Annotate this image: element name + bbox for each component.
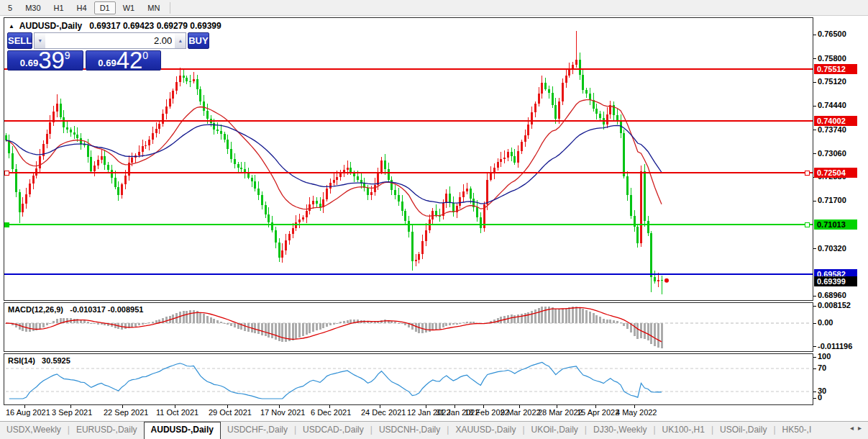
date-axis-label: 11 Oct 2021 (156, 408, 198, 417)
date-axis-label: 6 Dec 2021 (311, 408, 351, 417)
date-axis-label: 29 Oct 2021 (209, 408, 252, 417)
tab-scroll-arrows: ◂▸ (850, 424, 866, 432)
macd-title: MACD(12,26,9) -0.010317 -0.008951 (8, 305, 143, 314)
date-axis-label: 4 May 2022 (616, 408, 657, 417)
axis-ticks (24, 35, 816, 408)
buy-price-pip-digit: 0 (142, 50, 148, 61)
volume-stepper: ▾ ▴ (34, 32, 186, 49)
price-axis-label: 0.75800 (818, 54, 846, 63)
macd-axis-label: 0.008152 (818, 301, 851, 309)
chart-symbol-label: AUDUSD-,Daily (19, 21, 82, 31)
price-axis-label: 0.73060 (818, 149, 846, 158)
current-price-label: 0.69399 (814, 276, 857, 286)
buy-price-prefix: 0.69 (98, 58, 116, 68)
rsi-axis-label: 70 (818, 363, 826, 372)
hline-price-label: 0.75512 (814, 64, 857, 74)
date-axis-label: 24 Dec 2021 (361, 408, 406, 417)
date-axis-label: 22 Sep 2021 (104, 408, 148, 417)
chart-tab-usdcad-daily[interactable]: USDCAD-,Daily (296, 422, 370, 439)
chart-tab-bar: USDX,Weekly|EURUSD-,DailyAUDUSD-,DailyUS… (0, 421, 868, 439)
sell-price-big-digits: 39 (38, 50, 65, 70)
chart-tab-eurusd-daily[interactable]: EURUSD-,Daily (70, 422, 144, 439)
chart-tab-ukoil-daily[interactable]: UKOil-,Daily (525, 422, 585, 439)
chart-tab-hk50-i[interactable]: HK50-,I (776, 422, 818, 439)
tab-scroll-right-icon[interactable]: ▸ (858, 424, 866, 432)
date-axis-label: 17 Nov 2021 (260, 408, 305, 417)
hline-price-label: 0.71013 (814, 220, 857, 230)
chart-tab-uk100-h1[interactable]: UK100-,H1 (656, 422, 711, 439)
chart-tab-usdchf-daily[interactable]: USDCHF-,Daily (221, 422, 294, 439)
hline-price-label: 0.72504 (814, 168, 857, 178)
price-axis-label: 0.71700 (818, 196, 846, 204)
date-axis-label: 16 Aug 2021 (6, 408, 50, 417)
volume-decrease-button[interactable]: ▾ (35, 33, 45, 48)
chart-tab-audusd-daily[interactable]: AUDUSD-,Daily (144, 422, 221, 439)
price-axis-label: 0.68960 (818, 291, 846, 299)
price-axis-label: 0.75120 (818, 77, 846, 86)
price-axis-label: 0.74440 (818, 101, 846, 109)
chart-header: ▲ AUDUSD-,Daily 0.69317 0.69423 0.69279 … (9, 21, 221, 31)
rsi-axis-label: 100 (818, 352, 831, 361)
chart-tab-usoil-daily[interactable]: USOil-,Daily (713, 422, 773, 439)
chart-tab-usdcnh-daily[interactable]: USDCNH-,Daily (373, 422, 447, 439)
sell-price-prefix: 0.69 (20, 58, 38, 68)
price-axis-label: 0.70320 (818, 244, 846, 253)
rsi-current-value: 30.5925 (42, 356, 70, 365)
rsi-title: RSI(14) 30.5925 (8, 356, 70, 365)
rsi-line (9, 363, 662, 399)
current-price-marker (664, 279, 669, 283)
rsi-axis-label: 0 (818, 393, 822, 402)
chart-tab-xauusd-daily[interactable]: XAUUSD-,Daily (449, 422, 522, 439)
date-axis-label: 28 Mar 2022 (538, 408, 583, 417)
date-axis-label: 15 Apr 2022 (577, 408, 619, 417)
sell-price-display[interactable]: 0.69 39 9 (7, 50, 83, 71)
chart-tab-usdx-weekly[interactable]: USDX,Weekly (0, 422, 68, 439)
tab-scroll-left-icon[interactable]: ◂ (850, 424, 858, 432)
buy-button[interactable]: BUY (188, 32, 209, 49)
volume-increase-button[interactable]: ▴ (175, 33, 186, 48)
buy-price-display[interactable]: 0.69 42 0 (86, 50, 162, 71)
price-axis-label: 0.76500 (818, 30, 846, 38)
one-click-trade-panel: SELL ▾ ▴ BUY 0.69 39 9 0.69 42 0 (7, 32, 161, 71)
collapse-panel-icon[interactable]: ▲ (9, 23, 14, 30)
date-axis-label: 3 Sep 2021 (52, 408, 92, 417)
volume-input[interactable] (45, 33, 175, 48)
chart-tab-dj30-weekly[interactable]: DJ30-,Weekly (587, 422, 653, 439)
date-axis-label: 9 Mar 2022 (501, 408, 541, 417)
price-axis-label: 0.73740 (818, 125, 846, 134)
sell-button[interactable]: SELL (7, 32, 32, 49)
macd-axis-label: 0.00 (818, 318, 833, 327)
hline-price-label: 0.74002 (814, 116, 857, 126)
sell-price-pip-digit: 9 (65, 50, 70, 61)
buy-price-big-digits: 42 (117, 50, 143, 70)
chart-ohlc-values: 0.69317 0.69423 0.69279 0.69399 (89, 21, 221, 31)
trading-platform-window: 5M30H1H4D1W1MN ▲ AUDUSD-,Daily 0.69317 0… (0, 0, 868, 439)
macd-current-values: -0.010317 -0.008951 (70, 305, 143, 314)
macd-axis-label: -0.011196 (818, 342, 852, 350)
